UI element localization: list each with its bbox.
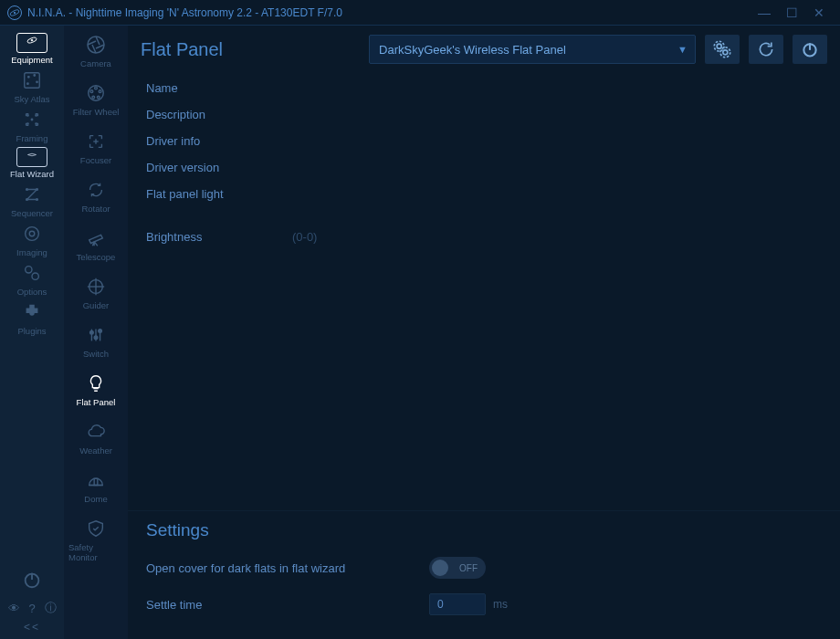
- svg-point-41: [99, 330, 102, 333]
- imaging-icon: [18, 222, 46, 246]
- svg-point-6: [34, 75, 35, 76]
- equipment-nav: CameraFilter WheelFocuserRotatorTelescop…: [64, 26, 128, 639]
- svg-point-20: [26, 267, 32, 273]
- collapse-button[interactable]: <<: [24, 621, 40, 634]
- svg-point-9: [27, 115, 28, 116]
- equipment-icon: [16, 33, 47, 53]
- brightness-hint: (0-0): [292, 230, 317, 244]
- equip-switch[interactable]: Switch: [68, 321, 123, 361]
- svg-point-30: [90, 90, 93, 93]
- device-selector[interactable]: DarkSkyGeek's Wireless Flat Panel ▼: [369, 35, 696, 64]
- power-button[interactable]: [5, 566, 59, 595]
- equip-weather[interactable]: Weather: [68, 418, 123, 457]
- field-description: Description: [146, 101, 822, 128]
- svg-point-45: [714, 41, 724, 51]
- gear-icon: [713, 40, 731, 58]
- svg-point-11: [27, 123, 28, 124]
- equip-telescope[interactable]: Telescope: [68, 225, 123, 264]
- nav-framing[interactable]: Framing: [5, 106, 59, 145]
- svg-point-24: [88, 37, 104, 53]
- open-cover-toggle[interactable]: OFF: [429, 557, 486, 579]
- svg-rect-4: [25, 73, 40, 89]
- svg-point-19: [29, 231, 35, 236]
- guider-icon: [82, 275, 110, 299]
- nav-flat-wizard[interactable]: Flat Wizard: [5, 145, 59, 181]
- svg-point-27: [99, 90, 101, 93]
- nav-sky-atlas[interactable]: Sky Atlas: [5, 67, 59, 106]
- brightness-label: Brightness: [146, 230, 292, 244]
- main-panel: Flat Panel DarkSkyGeek's Wireless Flat P…: [128, 26, 840, 639]
- svg-point-25: [89, 86, 104, 101]
- svg-point-29: [92, 96, 95, 99]
- connect-button[interactable]: [793, 35, 827, 64]
- svg-point-3: [31, 39, 33, 41]
- settings-title: Settings: [146, 520, 822, 540]
- device-settings-button[interactable]: [705, 35, 740, 64]
- equip-flat-panel[interactable]: Flat Panel: [68, 370, 123, 409]
- dome-icon: [82, 468, 110, 492]
- atlas-icon: [18, 68, 46, 92]
- flatwizard-icon: [16, 147, 47, 167]
- svg-point-10: [36, 115, 37, 116]
- equip-filter-wheel[interactable]: Filter Wheel: [68, 79, 123, 119]
- eye-icon[interactable]: 👁: [6, 601, 21, 615]
- refresh-button[interactable]: [749, 35, 783, 64]
- svg-rect-42: [94, 478, 98, 485]
- open-cover-label: Open cover for dark flats in flat wizard: [146, 561, 429, 575]
- settle-time-label: Settle time: [146, 598, 429, 612]
- switch-icon: [82, 323, 110, 347]
- svg-point-44: [717, 44, 721, 48]
- primary-nav: EquipmentSky AtlasFramingFlat WizardSequ…: [0, 26, 64, 639]
- nav-imaging[interactable]: Imaging: [5, 220, 59, 259]
- equip-dome[interactable]: Dome: [68, 466, 123, 506]
- svg-point-28: [97, 96, 100, 99]
- sequencer-icon: [18, 183, 46, 206]
- nav-plugins[interactable]: Plugins: [5, 299, 59, 338]
- device-selected-label: DarkSkyGeek's Wireless Flat Panel: [379, 43, 566, 57]
- svg-point-7: [37, 81, 37, 82]
- field-driver-version: Driver version: [146, 154, 822, 181]
- power-icon: [801, 40, 819, 58]
- equip-guider[interactable]: Guider: [68, 273, 123, 312]
- nav-sequencer[interactable]: Sequencer: [5, 181, 59, 220]
- svg-point-13: [31, 119, 32, 120]
- equip-rotator[interactable]: Rotator: [68, 176, 123, 215]
- svg-point-26: [95, 87, 98, 89]
- maximize-button[interactable]: ☐: [778, 5, 805, 20]
- svg-point-39: [90, 330, 94, 334]
- field-name: Name: [146, 75, 822, 101]
- svg-point-18: [26, 227, 39, 241]
- equip-focuser[interactable]: Focuser: [68, 128, 123, 167]
- svg-point-21: [32, 273, 38, 279]
- info-icon[interactable]: ⓘ: [43, 601, 58, 615]
- settle-time-unit: ms: [493, 598, 508, 611]
- framing-icon: [18, 108, 46, 131]
- field-flat-panel-light: Flat panel light: [146, 181, 822, 207]
- telescope-icon: [82, 226, 110, 250]
- field-driver-info: Driver info: [146, 128, 822, 154]
- titlebar: N.I.N.A. - Nighttime Imaging 'N' Astrono…: [0, 0, 840, 26]
- app-icon: [7, 5, 22, 20]
- page-title: Flat Panel: [141, 39, 223, 60]
- equip-camera[interactable]: Camera: [68, 31, 123, 70]
- svg-point-12: [36, 123, 37, 124]
- window-title: N.I.N.A. - Nighttime Imaging 'N' Astrono…: [27, 6, 751, 19]
- help-icon[interactable]: ?: [25, 601, 39, 615]
- equip-safety-monitor[interactable]: Safety Monitor: [68, 515, 123, 564]
- settle-time-input[interactable]: 0: [429, 593, 486, 615]
- focuser-icon: [82, 130, 110, 153]
- chevron-down-icon: ▼: [677, 44, 688, 55]
- shield-icon: [82, 517, 110, 540]
- svg-point-8: [27, 83, 28, 84]
- wheel-icon: [82, 81, 110, 105]
- svg-point-1: [14, 11, 16, 13]
- svg-point-47: [720, 47, 730, 58]
- nav-options[interactable]: Options: [5, 259, 59, 299]
- cloud-icon: [82, 420, 110, 444]
- close-button[interactable]: ✕: [805, 5, 833, 20]
- refresh-icon: [757, 40, 775, 58]
- svg-point-40: [94, 336, 98, 340]
- nav-equipment[interactable]: Equipment: [5, 31, 59, 67]
- minimize-button[interactable]: —: [751, 5, 778, 20]
- bulb-icon: [82, 372, 110, 395]
